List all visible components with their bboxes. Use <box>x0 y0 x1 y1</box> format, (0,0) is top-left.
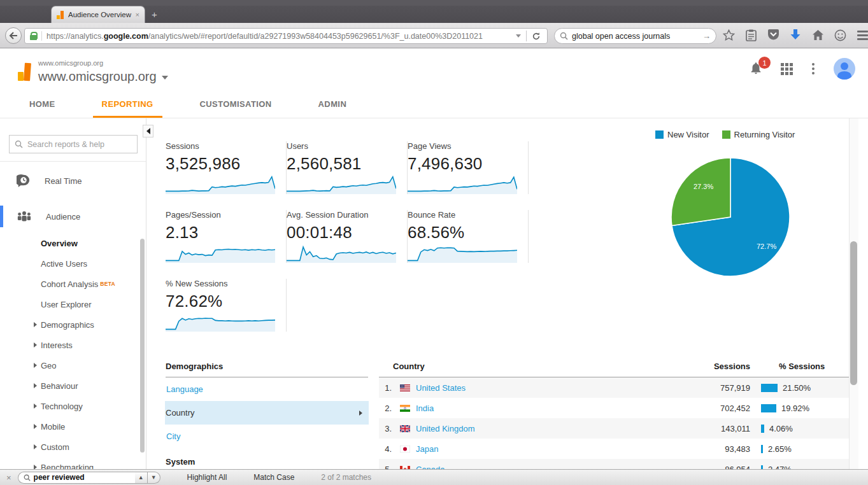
downloads-icon[interactable] <box>788 27 802 43</box>
findbar-input[interactable]: peer reviewed <box>18 472 135 484</box>
sidebar-item-mobile[interactable]: Mobile <box>0 416 146 437</box>
country-flag-icon <box>395 384 415 391</box>
expand-arrow-icon <box>34 444 37 449</box>
find-match-status: 2 of 2 matches <box>321 473 371 482</box>
metric-card-page-views: Page Views7,496,630 <box>408 141 529 194</box>
nav-tab-reporting[interactable]: REPORTING <box>93 92 162 118</box>
column-header-pct-sessions[interactable]: % Sessions <box>750 362 858 371</box>
search-icon <box>560 32 568 40</box>
sidebar-item-geo[interactable]: Geo <box>0 355 146 376</box>
country-link[interactable]: United Kingdom <box>415 424 674 433</box>
toolbar-icons <box>722 27 868 43</box>
sidebar-item-technology[interactable]: Technology <box>0 396 146 416</box>
notification-badge: 1 <box>758 57 771 69</box>
sidebar-item-behaviour[interactable]: Behaviour <box>0 376 146 396</box>
expand-arrow-icon <box>34 383 37 388</box>
sidebar-item-active-users[interactable]: Active Users <box>0 253 146 274</box>
sessions-value: 702,452 <box>674 404 750 413</box>
metric-label: Bounce Rate <box>408 210 519 220</box>
metric-label: Sessions <box>166 141 277 151</box>
metric-value: 00:01:48 <box>287 223 398 243</box>
pct-sessions-cell: 4.06% <box>750 424 858 433</box>
nav-tab-admin[interactable]: ADMIN <box>309 92 356 118</box>
tab-favicon <box>57 11 64 19</box>
pct-sessions-cell: 21.50% <box>750 383 858 393</box>
country-link[interactable]: India <box>415 404 674 413</box>
metric-label: Pages/Session <box>166 210 277 220</box>
tab-title: Audience Overview – Anal... <box>68 11 132 18</box>
country-link[interactable]: Japan <box>415 444 674 454</box>
home-icon[interactable] <box>811 27 825 43</box>
menu-hamburger-icon[interactable] <box>855 27 868 43</box>
sparkline-chart <box>166 313 275 332</box>
chevron-down-icon <box>162 76 168 80</box>
nav-tab-home[interactable]: HOME <box>20 92 64 118</box>
svg-text:72.7%: 72.7% <box>757 243 776 250</box>
notifications-bell-icon[interactable]: 1 <box>749 60 764 77</box>
property-selector[interactable]: www.omicsgroup.org <box>38 69 168 84</box>
metric-value: 2.13 <box>166 223 277 243</box>
account-avatar[interactable] <box>834 58 855 80</box>
sidebar-item-interests[interactable]: Interests <box>0 335 146 355</box>
dimension-link-country[interactable]: Country <box>165 401 369 425</box>
reload-button[interactable] <box>532 32 541 41</box>
audience-icon <box>17 210 32 223</box>
country-flag-icon <box>395 425 415 432</box>
metric-value: 72.62% <box>166 292 277 311</box>
highlight-all-button[interactable]: Highlight All <box>187 473 227 482</box>
sidebar-item-cohort-analysis[interactable]: Cohort AnalysisBETA <box>0 274 146 294</box>
legend-item-new-visitor: New Visitor <box>655 130 709 139</box>
more-options-kebab-icon[interactable] <box>809 63 817 74</box>
sidebar-item-audience[interactable]: Audience <box>0 204 146 229</box>
lock-icon <box>30 32 37 40</box>
find-previous-button[interactable]: ▲ <box>135 472 148 484</box>
reading-list-icon[interactable] <box>744 27 758 43</box>
sidebar-scrollbar-thumb[interactable] <box>140 239 145 453</box>
legend-item-returning-visitor: Returning Visitor <box>722 130 795 139</box>
column-header-sessions[interactable]: Sessions <box>674 362 750 371</box>
metric-card--new-sessions: % New Sessions72.62% <box>166 279 287 332</box>
country-row-india: 2.India702,45219.92% <box>379 398 858 418</box>
sidebar-collapse-button[interactable] <box>143 125 153 137</box>
dimension-link-city[interactable]: City <box>166 425 368 448</box>
sidebar-search-placeholder: Search reports & help <box>27 140 104 149</box>
search-go-icon[interactable]: → <box>702 31 711 41</box>
country-link[interactable]: United States <box>415 383 674 393</box>
tab-close-button[interactable]: × <box>136 11 139 18</box>
back-button[interactable] <box>5 27 22 44</box>
country-flag-icon <box>395 405 415 412</box>
browser-search-field[interactable]: global open access journals → <box>554 28 716 44</box>
url-dropdown-icon[interactable] <box>516 34 521 38</box>
find-next-button[interactable]: ▼ <box>148 472 160 484</box>
dimension-link-language[interactable]: Language <box>166 377 368 401</box>
apps-grid-icon[interactable] <box>781 63 793 75</box>
sidebar-search-input[interactable]: Search reports & help <box>9 135 138 153</box>
sparkline-chart <box>287 175 396 194</box>
sidebar-item-real-time[interactable]: Real Time <box>0 169 146 192</box>
browser-tab[interactable]: Audience Overview – Anal... × <box>51 6 145 23</box>
hello-smiley-icon[interactable] <box>833 27 847 43</box>
column-header-country[interactable]: Country <box>379 362 674 371</box>
sessions-value: 757,919 <box>674 383 750 393</box>
sidebar-item-user-explorer[interactable]: User Explorer <box>0 294 146 314</box>
bookmark-star-icon[interactable] <box>722 27 736 43</box>
sidebar-item-custom[interactable]: Custom <box>0 437 146 457</box>
findbar-close-button[interactable]: × <box>6 473 11 482</box>
url-bar[interactable]: https://analytics.google.com/analytics/w… <box>24 28 548 44</box>
sparkline-chart <box>166 175 275 194</box>
nav-tab-customisation[interactable]: CUSTOMISATION <box>191 92 281 118</box>
new-tab-button[interactable]: + <box>152 9 157 20</box>
property-url-small: www.omicsgroup.org <box>38 59 103 67</box>
metric-card-avg-session-duration: Avg. Session Duration00:01:48 <box>287 210 408 263</box>
sidebar-item-demographics[interactable]: Demographics <box>0 314 146 335</box>
sparkline-chart <box>166 244 275 263</box>
match-case-button[interactable]: Match Case <box>253 473 294 482</box>
page-scrollbar-thumb[interactable] <box>850 241 857 385</box>
metric-card-pages-session: Pages/Session2.13 <box>166 210 287 263</box>
pocket-icon[interactable] <box>766 27 780 43</box>
page-scrollbar[interactable] <box>849 118 858 485</box>
sidebar-item-overview[interactable]: Overview <box>0 233 146 253</box>
row-rank: 3. <box>379 424 395 433</box>
browser-toolbar: https://analytics.google.com/analytics/w… <box>0 23 868 48</box>
expand-arrow-icon <box>34 424 37 429</box>
